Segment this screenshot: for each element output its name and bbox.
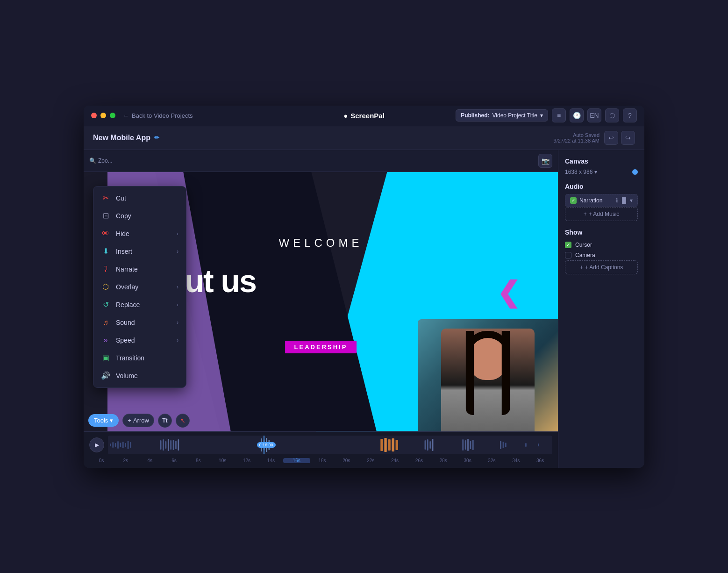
text-button[interactable]: Tt (158, 414, 172, 428)
close-button[interactable] (91, 113, 97, 118)
playhead-time: 0:16:00 (257, 442, 276, 448)
app-logo: ● ScreenPal (343, 112, 385, 120)
chevron-down-icon: ▾ (540, 112, 543, 119)
svg-rect-39 (538, 444, 539, 446)
back-label: Back to Video Projects (132, 112, 193, 119)
time-mark-16: 16s (283, 458, 310, 463)
editor-header: New Mobile App ✏ Auto Saved 9/27/22 at 1… (84, 126, 644, 150)
svg-rect-6 (125, 443, 126, 447)
overlay-icon: ⬡ (101, 282, 110, 292)
svg-rect-4 (120, 443, 121, 447)
camera-checkbox[interactable] (565, 252, 571, 258)
show-section-title: Show (565, 229, 638, 236)
svg-rect-2 (115, 443, 116, 447)
hide-arrow-icon: › (177, 230, 178, 237)
add-music-plus-icon: + (584, 211, 587, 217)
menu-item-narrate-label: Narrate (116, 265, 138, 273)
back-icon: ← (123, 112, 129, 119)
menu-item-hide[interactable]: 👁 Hide › (93, 225, 186, 243)
svg-rect-23 (388, 439, 390, 451)
back-button[interactable]: ← Back to Video Projects (123, 112, 193, 119)
zoom-control[interactable]: 🔍 Zoo... (89, 158, 113, 164)
svg-rect-36 (503, 442, 504, 448)
menu-item-copy[interactable]: ⊡ Copy (93, 207, 186, 225)
lang-label: EN (590, 112, 599, 119)
menu-item-volume-label: Volume (116, 372, 138, 380)
narration-label: Narration (579, 197, 613, 204)
hide-icon: 👁 (101, 229, 110, 238)
menu-item-cut[interactable]: ✂ Cut (93, 189, 186, 207)
tt-label: Tt (162, 417, 167, 424)
time-mark-24: 24s (383, 458, 407, 463)
cursor-label: Cursor (575, 242, 592, 248)
redo-button[interactable]: ↪ (621, 131, 635, 145)
canvas-size-dropdown-icon[interactable]: ▾ (594, 169, 597, 175)
maximize-button[interactable] (110, 113, 115, 118)
cut-icon: ✂ (101, 193, 110, 203)
speed-arrow-icon: › (177, 337, 178, 344)
clock-icon-button[interactable]: 🕐 (570, 108, 584, 122)
menu-item-sound[interactable]: ♬ Sound › (93, 314, 186, 331)
sound-arrow-icon: › (177, 319, 178, 326)
editor-main: 🔍 Zoo... 📷 WELCOME about us LEADERSHIP ❮ (84, 150, 644, 468)
tools-button[interactable]: Tools ▾ (88, 414, 119, 427)
svg-rect-0 (110, 444, 111, 446)
menu-item-volume[interactable]: 🔊 Volume (93, 367, 186, 385)
menu-item-insert-label: Insert (116, 248, 132, 255)
replace-arrow-icon: › (177, 301, 178, 308)
audio-section: Audio ✓ Narration ℹ ▐▌ ▾ + + Add Music (565, 183, 638, 221)
menu-item-hide-label: Hide (116, 230, 129, 237)
svg-rect-32 (467, 439, 469, 451)
svg-rect-37 (505, 443, 507, 447)
app-window: ← Back to Video Projects ● ScreenPal Pub… (84, 106, 644, 468)
transition-icon: ▣ (101, 353, 110, 363)
project-title-text: New Mobile App (93, 134, 150, 142)
replace-icon: ↺ (101, 300, 110, 309)
svg-rect-16 (178, 439, 179, 451)
svg-rect-9 (160, 440, 162, 450)
play-button[interactable]: ▶ (89, 437, 104, 452)
canvas-size-text: 1638 x 986 (565, 169, 592, 175)
timeline-track[interactable]: 0:16:00 (108, 436, 552, 454)
cursor-button[interactable]: ↖ (176, 414, 190, 428)
language-button[interactable]: EN (587, 108, 601, 122)
title-bar-right: Published: Video Project Title ▾ ≡ 🕐 EN … (456, 108, 637, 122)
auto-saved-date: 9/27/22 at 11:38 AM (554, 138, 600, 143)
arrow-plus-icon: + (128, 417, 131, 424)
copy-icon: ⊡ (101, 211, 110, 221)
undo-button[interactable]: ↩ (604, 131, 618, 145)
publish-button[interactable]: Published: Video Project Title ▾ (456, 109, 548, 122)
arrow-label: Arrow (133, 417, 149, 424)
svg-rect-38 (525, 443, 527, 447)
minimize-button[interactable] (100, 113, 106, 118)
menu-item-cut-label: Cut (116, 194, 126, 202)
time-mark-10: 10s (210, 458, 235, 463)
edit-title-icon[interactable]: ✏ (154, 134, 159, 141)
time-mark-12: 12s (235, 458, 259, 463)
narration-more-icon[interactable]: ▾ (630, 197, 633, 204)
add-music-button[interactable]: + + Add Music (565, 207, 638, 221)
publish-prefix: Published: (461, 112, 489, 119)
menu-item-replace[interactable]: ↺ Replace › (93, 296, 186, 314)
menu-item-overlay-label: Overlay (116, 283, 138, 291)
add-captions-button[interactable]: + + Add Captions (565, 260, 638, 274)
cursor-checkbox[interactable]: ✓ (565, 242, 571, 248)
list-icon-button[interactable]: ≡ (552, 108, 566, 122)
time-mark-20: 20s (334, 458, 358, 463)
auto-saved-text: Auto Saved (554, 132, 600, 138)
help-icon-button[interactable]: ? (623, 108, 637, 122)
menu-item-speed[interactable]: » Speed › (93, 331, 186, 349)
menu-item-overlay[interactable]: ⬡ Overlay › (93, 278, 186, 296)
arrow-button[interactable]: + Arrow (122, 414, 154, 427)
insert-icon: ⬇ (101, 247, 110, 256)
camera-screenshot-icon[interactable]: 📷 (538, 154, 552, 168)
layers-icon-button[interactable]: ⬡ (605, 108, 619, 122)
canvas-color-dot[interactable] (632, 169, 638, 175)
svg-rect-8 (130, 442, 131, 448)
menu-item-narrate[interactable]: 🎙 Narrate (93, 260, 186, 278)
narration-checkbox[interactable]: ✓ (570, 197, 577, 204)
logo-icon: ● (343, 112, 348, 120)
narration-info-icon[interactable]: ℹ (616, 197, 618, 204)
menu-item-transition[interactable]: ▣ Transition (93, 349, 186, 367)
menu-item-insert[interactable]: ⬇ Insert › (93, 243, 186, 260)
